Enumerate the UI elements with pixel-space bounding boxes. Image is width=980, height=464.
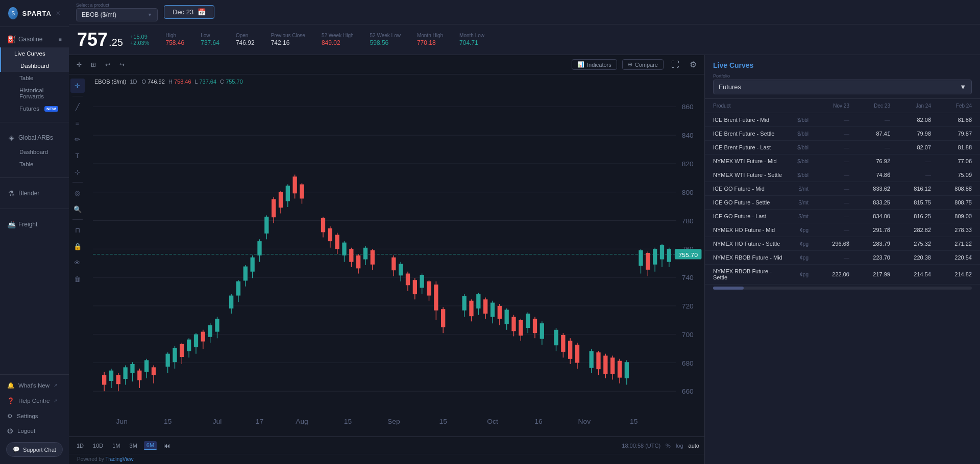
svg-rect-132 xyxy=(491,303,495,317)
sidebar-item-live-curves[interactable]: Live Curves xyxy=(0,47,69,60)
pencil-tool-button[interactable]: ✏ xyxy=(70,132,85,146)
sidebar-group-freight[interactable]: 🚢 Freight xyxy=(0,216,69,233)
indicators-button[interactable]: 📊 Indicators xyxy=(572,59,617,70)
lc-portfolio-select: Portfolio Futures ▼ xyxy=(713,73,972,94)
date-picker-button[interactable]: Dec 23 📅 xyxy=(164,5,214,19)
powered-by-text: Powered by xyxy=(77,456,104,462)
percent-mode-button[interactable]: % xyxy=(666,443,671,449)
period-1m-button[interactable]: 1M xyxy=(110,442,122,450)
open-value: 746.92 xyxy=(236,39,255,46)
svg-rect-70 xyxy=(229,296,233,308)
lock-tool-button[interactable]: 🔒 xyxy=(70,239,85,253)
magnet-tool-button[interactable]: ⊓ xyxy=(70,223,85,237)
sidebar-item-historical-forwards[interactable]: Historical Forwards xyxy=(0,84,69,102)
table-label: Table xyxy=(19,75,34,81)
external-link-icon-help: ↗ xyxy=(54,398,58,403)
sidebar-collapse-icon[interactable]: ✕ xyxy=(56,10,61,17)
eye-tool-button[interactable]: 👁 xyxy=(70,255,85,270)
svg-text:660: 660 xyxy=(682,388,694,395)
lc-table-row[interactable]: NYMEX WTI Future - Mid $/bbl —76.92e—77.… xyxy=(705,154,980,168)
period-6m-button[interactable]: 6M xyxy=(144,441,157,450)
sidebar-item-arb-dashboard[interactable]: Dashboard xyxy=(0,146,69,158)
lc-col-dec23: Dec 23 xyxy=(849,103,890,109)
sidebar-item-arb-table[interactable]: Table xyxy=(0,158,69,170)
lc-portfolio-button[interactable]: Futures ▼ xyxy=(713,80,972,94)
sidebar-item-logout[interactable]: ⏻ Logout xyxy=(0,424,69,438)
measure-tool-button[interactable]: ⊹ xyxy=(70,165,85,179)
svg-text:860: 860 xyxy=(682,104,694,111)
lc-value-dash: — xyxy=(890,158,931,164)
lc-table[interactable]: Product Nov 23 Dec 23 Jan 24 Feb 24 ICE … xyxy=(705,99,980,464)
shape-tool-button[interactable]: ◎ xyxy=(70,186,85,200)
sidebar-item-help-centre[interactable]: ❓ Help Centre ↗ xyxy=(0,393,69,408)
lc-product-name: NYMEX RBOB Future - Mid xyxy=(713,254,783,261)
lc-table-row[interactable]: ICE Brent Future - Mid $/bbl ——82.08e81.… xyxy=(705,113,980,127)
chart-main[interactable]: ✛ ╱ ≡ ✏ T ⊹ ◎ 🔍 ⊓ 🔒 👁 🗑 xyxy=(69,74,704,436)
logout-label: Logout xyxy=(17,428,35,434)
candle-type-button[interactable]: ⊞ xyxy=(88,60,99,70)
lc-table-row[interactable]: NYMEX HO Future - Mid ¢pg —291.78e282.82… xyxy=(705,223,980,237)
price-stat-prev-close: Previous Close 742.16 xyxy=(271,33,305,46)
futures-label: Futures xyxy=(19,106,39,112)
fullscreen-button[interactable]: ⛶ xyxy=(669,59,682,71)
cursor-tool-button[interactable]: ✛ xyxy=(70,79,85,93)
crosshair-tool-button[interactable]: ✛ xyxy=(74,60,84,70)
sidebar-item-settings[interactable]: ⚙ Settings xyxy=(0,408,69,424)
lc-scrollbar-thumb[interactable] xyxy=(713,287,744,290)
lc-table-row[interactable]: NYMEX HO Future - Settle ¢pg 296.63e283.… xyxy=(705,237,980,251)
freight-label: Freight xyxy=(18,221,62,228)
trash-tool-button[interactable]: 🗑 xyxy=(70,272,85,286)
svg-rect-174 xyxy=(660,245,664,260)
lc-value-dash: — xyxy=(808,254,849,261)
sidebar-logo: S SPARTA ✕ xyxy=(0,0,69,27)
log-mode-button[interactable]: log xyxy=(676,443,683,449)
lc-table-row[interactable]: ICE Brent Future - Last $/bbl ——82.07e81… xyxy=(705,141,980,154)
sidebar-item-table[interactable]: Table xyxy=(0,72,69,84)
lc-table-row[interactable]: NYMEX RBOB Future - Settle ¢pg 222.00e21… xyxy=(705,265,980,285)
lc-table-row[interactable]: ICE GO Future - Settle $/mt —833.25e815.… xyxy=(705,196,980,210)
lc-table-row[interactable]: ICE GO Future - Last $/mt —834.00e816.25… xyxy=(705,210,980,223)
undo-button[interactable]: ↩ xyxy=(103,60,113,70)
sidebar-group-gasoline[interactable]: ⛽ Gasoline ≡ xyxy=(0,31,69,47)
sidebar-item-futures[interactable]: Futures NEW xyxy=(0,102,69,115)
lc-value: 217.99e xyxy=(849,271,890,277)
line-draw-button[interactable]: ╱ xyxy=(70,99,85,114)
svg-rect-98 xyxy=(342,243,346,255)
auto-mode-button[interactable]: auto xyxy=(689,443,699,449)
sidebar-item-dashboard[interactable]: Dashboard xyxy=(0,60,69,72)
tradingview-link[interactable]: TradingView xyxy=(105,456,133,462)
period-3m-button[interactable]: 3M xyxy=(127,442,140,450)
period-10d-button[interactable]: 10D xyxy=(90,442,106,450)
compare-button[interactable]: ⊕ Compare xyxy=(622,59,664,70)
svg-text:16: 16 xyxy=(534,418,542,425)
sidebar-item-whats-new[interactable]: 🔔 What's New ↗ xyxy=(0,378,69,393)
price-stat-52wk-high: 52 Week High 849.02 xyxy=(322,33,354,46)
chart-settings-button[interactable]: ⚙ xyxy=(687,58,699,71)
lc-table-row[interactable]: NYMEX RBOB Future - Mid ¢pg —223.70e220.… xyxy=(705,251,980,265)
zoom-tool-button[interactable]: 🔍 xyxy=(70,202,85,216)
sidebar-group-blender[interactable]: ⚗ Blender xyxy=(0,185,69,201)
period-1d-button[interactable]: 1D xyxy=(74,442,86,450)
lc-table-row[interactable]: ICE GO Future - Mid $/mt —833.62e816.12e… xyxy=(705,182,980,196)
lc-portfolio-value: Futures xyxy=(719,83,741,91)
svg-text:720: 720 xyxy=(682,302,694,310)
product-selected-value: EBOB ($/mt) xyxy=(82,11,116,18)
lc-table-row[interactable]: NYMEX WTI Future - Settle $/bbl —74.86e—… xyxy=(705,168,980,182)
product-select-button[interactable]: EBOB ($/mt) ▼ xyxy=(76,8,158,21)
svg-rect-44 xyxy=(124,367,128,379)
support-chat-button[interactable]: 💬 Support Chat xyxy=(6,442,63,457)
redo-button[interactable]: ↪ xyxy=(117,60,127,70)
blender-label: Blender xyxy=(18,190,62,197)
sidebar-group-global-arbs[interactable]: ◈ Global ARBs xyxy=(0,130,69,146)
product-select-label: Select a product xyxy=(76,3,158,8)
svg-rect-64 xyxy=(201,332,205,342)
footer-right: 18:00:58 (UTC) % log auto xyxy=(622,443,699,449)
period-replay-button[interactable]: ⏮ xyxy=(161,441,173,451)
svg-rect-170 xyxy=(646,253,650,270)
lc-table-row[interactable]: ICE Brent Future - Settle $/bbl —87.41e7… xyxy=(705,127,980,141)
horizontal-line-button[interactable]: ≡ xyxy=(70,116,85,130)
lc-scrollbar-track[interactable] xyxy=(713,287,972,290)
text-tool-button[interactable]: T xyxy=(70,148,85,163)
lc-value: 283.79e xyxy=(849,241,890,247)
tool-divider-2 xyxy=(72,182,83,183)
